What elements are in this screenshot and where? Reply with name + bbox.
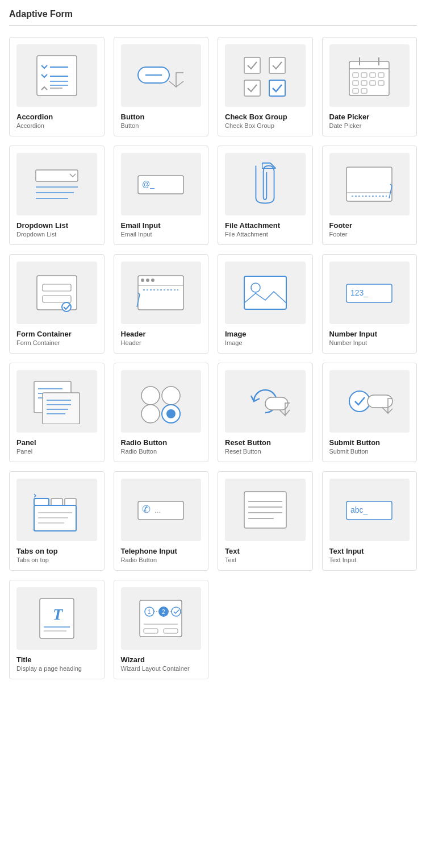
svg-text:1: 1 xyxy=(148,609,151,615)
text-input-name: Text Input xyxy=(329,547,364,555)
svg-text:T: T xyxy=(53,605,64,623)
svg-rect-18 xyxy=(370,73,375,77)
text-icon xyxy=(225,479,306,541)
svg-point-61 xyxy=(141,405,160,423)
card-header[interactable]: Header Header xyxy=(114,254,209,354)
submit-button-icon xyxy=(329,370,410,433)
card-wizard[interactable]: 1 2 Wizard Wizard Layout Container xyxy=(114,580,209,679)
page-title: Adaptive Form xyxy=(9,9,417,26)
card-button[interactable]: Button Button xyxy=(114,37,209,136)
dropdown-list-desc: Dropdown List xyxy=(16,231,56,238)
svg-rect-24 xyxy=(353,89,358,93)
wizard-icon: 1 2 xyxy=(121,587,202,650)
svg-rect-8 xyxy=(244,57,260,73)
card-text[interactable]: Text Text xyxy=(218,471,313,571)
svg-point-43 xyxy=(146,279,149,282)
card-tabs-on-top[interactable]: Tabs on top Tabs on top xyxy=(9,471,105,571)
date-picker-name: Date Picker xyxy=(329,113,370,121)
button-desc: Button xyxy=(121,122,139,129)
svg-rect-46 xyxy=(244,276,286,309)
svg-rect-17 xyxy=(361,73,367,77)
date-picker-icon xyxy=(329,44,410,107)
svg-rect-54 xyxy=(43,393,80,424)
card-radio-button[interactable]: Radio Button Radio Button xyxy=(114,363,209,462)
card-number-input[interactable]: 123_ Number Input Number Input xyxy=(322,254,417,354)
card-panel[interactable]: Panel Panel xyxy=(9,363,105,462)
footer-name: Footer xyxy=(329,221,352,230)
card-footer[interactable]: Footer Footer xyxy=(322,146,417,245)
submit-button-name: Submit Button xyxy=(329,438,381,447)
svg-text:...: ... xyxy=(154,506,161,514)
panel-desc: Panel xyxy=(16,448,32,455)
submit-button-desc: Submit Button xyxy=(329,448,369,455)
header-name: Header xyxy=(121,330,146,338)
svg-rect-66 xyxy=(367,395,392,408)
form-container-icon xyxy=(16,261,97,324)
svg-text:123_: 123_ xyxy=(350,288,368,297)
card-reset-button[interactable]: Reset Button Reset Button xyxy=(218,363,313,462)
panel-icon xyxy=(16,370,97,433)
header-icon xyxy=(121,261,202,324)
card-telephone-input[interactable]: ✆ ... Telephone Input Radio Button xyxy=(114,471,209,571)
svg-point-65 xyxy=(349,391,370,412)
file-attachment-desc: File Attachment xyxy=(225,231,268,238)
svg-rect-11 xyxy=(269,80,285,96)
accordion-icon xyxy=(16,44,97,107)
telephone-input-icon: ✆ ... xyxy=(121,479,202,541)
card-accordion[interactable]: Accordion Accordion xyxy=(9,37,105,136)
radio-button-icon xyxy=(121,370,202,433)
image-desc: Image xyxy=(225,339,243,346)
number-input-icon: 123_ xyxy=(329,261,410,324)
card-image[interactable]: Image Image xyxy=(218,254,313,354)
header-desc: Header xyxy=(121,339,141,346)
svg-rect-23 xyxy=(378,81,384,85)
svg-rect-16 xyxy=(353,73,358,77)
svg-rect-67 xyxy=(34,499,49,505)
button-icon xyxy=(121,44,202,107)
email-input-name: Email Input xyxy=(121,221,161,230)
svg-rect-64 xyxy=(265,397,288,410)
card-title[interactable]: T Title Display a page heading xyxy=(9,580,105,679)
svg-text:@_: @_ xyxy=(142,180,154,189)
card-form-container[interactable]: Form Container Form Container xyxy=(9,254,105,354)
svg-rect-21 xyxy=(361,81,367,85)
wizard-name: Wizard xyxy=(121,655,145,664)
svg-point-44 xyxy=(151,279,154,282)
card-checkbox-group[interactable]: Check Box Group Check Box Group xyxy=(218,37,313,136)
checkbox-group-icon xyxy=(225,44,306,107)
file-attachment-name: File Attachment xyxy=(225,221,280,230)
card-submit-button[interactable]: Submit Button Submit Button xyxy=(322,363,417,462)
card-email-input[interactable]: @_ Email Input Email Input xyxy=(114,146,209,245)
svg-rect-37 xyxy=(43,284,71,291)
form-container-name: Form Container xyxy=(16,330,72,338)
svg-rect-68 xyxy=(51,499,62,505)
wizard-desc: Wizard Layout Container xyxy=(121,665,190,672)
svg-text:✆: ✆ xyxy=(142,504,151,515)
svg-rect-22 xyxy=(370,81,375,85)
svg-rect-40 xyxy=(138,276,183,310)
card-dropdown-list[interactable]: Dropdown List Dropdown List xyxy=(9,146,105,245)
card-file-attachment[interactable]: File Attachment File Attachment xyxy=(218,146,313,245)
footer-icon xyxy=(329,153,410,215)
email-input-desc: Email Input xyxy=(121,231,152,238)
dropdown-list-icon xyxy=(16,153,97,215)
card-text-input[interactable]: abc_ Text Input Text Input xyxy=(322,471,417,571)
title-desc: Display a page heading xyxy=(16,665,82,672)
svg-rect-77 xyxy=(244,492,286,528)
telephone-input-name: Telephone Input xyxy=(121,547,177,555)
tabs-on-top-icon xyxy=(16,479,97,541)
title-name: Title xyxy=(16,655,32,664)
radio-button-desc: Radio Button xyxy=(121,448,157,455)
svg-rect-99 xyxy=(164,629,178,633)
svg-point-59 xyxy=(141,387,160,405)
accordion-name: Accordion xyxy=(16,113,53,121)
svg-point-42 xyxy=(141,279,144,282)
svg-point-39 xyxy=(62,302,71,312)
svg-point-47 xyxy=(251,283,260,292)
svg-rect-98 xyxy=(144,629,158,633)
number-input-desc: Number Input xyxy=(329,339,367,346)
svg-rect-38 xyxy=(43,296,71,302)
card-grid: Accordion Accordion Button Button Check … xyxy=(9,37,417,679)
svg-rect-20 xyxy=(353,81,358,85)
card-date-picker[interactable]: Date Picker Date Picker xyxy=(322,37,417,136)
